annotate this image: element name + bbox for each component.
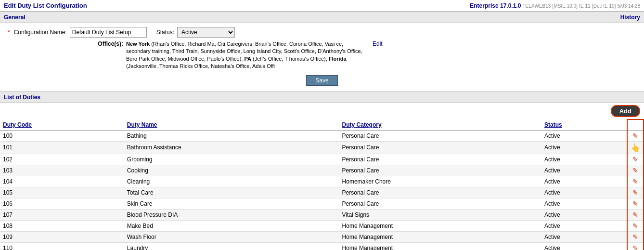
duties-label: List of Duties (4, 94, 40, 101)
cell-status: Active (541, 220, 627, 231)
save-button[interactable]: Save (306, 75, 337, 86)
offices-label: Office(s): (94, 40, 123, 47)
cell-edit: ✎ (627, 187, 644, 198)
edit-icon[interactable]: ✎ (632, 167, 638, 174)
cell-status: Active (541, 176, 627, 187)
table-row: 107Blood Pressure DIAVital SignsActive✎ (0, 209, 644, 220)
page-title: Edit Duty List Configuration (4, 2, 87, 9)
offices-text: New York (Rhan's Office, Richard Ma, Cit… (126, 40, 367, 70)
duties-section-header: List of Duties (0, 92, 644, 103)
sort-duty-category[interactable]: Duty Category (342, 121, 382, 128)
table-row: 101Bathroom AssistancePersonal CareActiv… (0, 141, 644, 154)
config-name-group: * Configuration Name: (8, 27, 147, 38)
hand-cursor-icon: 👆 (631, 144, 640, 152)
edit-icon[interactable]: ✎ (632, 244, 638, 250)
cell-status: Active (541, 209, 627, 220)
col-duty-category: Duty Category (339, 119, 541, 131)
cell-duty-name: Cleaning (124, 176, 339, 187)
cell-status: Active (541, 165, 627, 176)
system-info: Enterprise 17.0.1.0 TELXWEB13 {MSIE 10.0… (470, 2, 640, 9)
cell-status: Active (541, 242, 627, 250)
cell-duty-name: Cooking (124, 165, 339, 176)
cell-duty-category: Home Management (339, 242, 541, 250)
sort-status[interactable]: Status (544, 121, 562, 128)
col-duty-name: Duty Name (124, 119, 339, 131)
col-edit (627, 119, 644, 131)
general-section: * Configuration Name: Status: Active Ina… (0, 23, 644, 92)
edit-icon[interactable]: ✎ (632, 132, 638, 140)
cell-duty-category: Home Management (339, 220, 541, 231)
table-row: 109Wash FloorHome ManagementActive✎ (0, 231, 644, 242)
edit-icon[interactable]: ✎ (632, 200, 638, 208)
edit-icon[interactable]: ✎ (632, 211, 638, 219)
duties-table: Duty Code Duty Name Duty Category Status… (0, 119, 644, 250)
sort-duty-name[interactable]: Duty Name (127, 121, 157, 128)
edit-icon[interactable]: ✎ (632, 233, 638, 241)
history-link[interactable]: History (620, 14, 640, 21)
config-name-label: Configuration Name: (14, 29, 67, 36)
cell-duty-category: Personal Care (339, 198, 541, 209)
cell-duty-code: 109 (0, 231, 124, 242)
table-row: 102GroomingPersonal CareActive✎ (0, 154, 644, 165)
form-row: * Configuration Name: Status: Active Ina… (8, 27, 636, 38)
cell-status: Active (541, 231, 627, 242)
cell-duty-name: Blood Pressure DIA (124, 209, 339, 220)
cell-edit: ✎ (627, 209, 644, 220)
cell-edit: ✎ (627, 176, 644, 187)
edit-icon[interactable]: ✎ (632, 189, 638, 197)
cell-edit: ✎ (627, 198, 644, 209)
col-duty-code: Duty Code (0, 119, 124, 131)
cell-status: Active (541, 141, 627, 154)
add-row: Add (0, 103, 644, 119)
top-header: Edit Duty List Configuration Enterprise … (0, 0, 644, 12)
cell-duty-name: Total Care (124, 187, 339, 198)
table-header: Duty Code Duty Name Duty Category Status (0, 119, 644, 131)
cell-edit: ✎ (627, 242, 644, 250)
sort-duty-code[interactable]: Duty Code (3, 121, 32, 128)
table-row: 100BathingPersonal CareActive✎ (0, 130, 644, 141)
duties-tbody: 100BathingPersonal CareActive✎101Bathroo… (0, 130, 644, 250)
save-row: Save (8, 75, 636, 86)
cell-duty-code: 105 (0, 187, 124, 198)
cell-duty-category: Vital Signs (339, 209, 541, 220)
cell-status: Active (541, 198, 627, 209)
cell-edit: ✎ (627, 130, 644, 141)
required-star: * (8, 29, 10, 36)
status-select[interactable]: Active Inactive (177, 27, 235, 38)
table-row: 104CleaningHomemaker ChoreActive✎ (0, 176, 644, 187)
cell-duty-category: Personal Care (339, 154, 541, 165)
cell-duty-category: Homemaker Chore (339, 176, 541, 187)
offices-edit-link[interactable]: Edit (373, 40, 383, 47)
cell-edit: ✎ (627, 154, 644, 165)
cell-status: Active (541, 154, 627, 165)
cell-duty-name: Skin Care (124, 198, 339, 209)
cell-duty-code: 107 (0, 209, 124, 220)
cell-duty-code: 102 (0, 154, 124, 165)
cell-duty-code: 106 (0, 198, 124, 209)
edit-icon[interactable]: ✎ (632, 178, 638, 185)
cell-duty-name: Bathing (124, 130, 339, 141)
cell-edit: ✎ (627, 220, 644, 231)
cell-duty-name: Bathroom Assistance (124, 141, 339, 154)
cell-edit: ✎ (627, 165, 644, 176)
status-group: Status: Active Inactive (156, 27, 235, 38)
cell-duty-category: Personal Care (339, 165, 541, 176)
cell-duty-code: 108 (0, 220, 124, 231)
cell-duty-name: Grooming (124, 154, 339, 165)
cell-duty-code: 104 (0, 176, 124, 187)
table-row: 103CookingPersonal CareActive✎ (0, 165, 644, 176)
cell-edit: ✎ (627, 231, 644, 242)
cell-duty-name: Make Bed (124, 220, 339, 231)
edit-icon[interactable]: ✎ (632, 156, 638, 163)
table-row: 110LaundryHome ManagementActive✎ (0, 242, 644, 250)
config-name-input[interactable] (70, 27, 147, 38)
cell-duty-category: Personal Care (339, 187, 541, 198)
cell-status: Active (541, 187, 627, 198)
col-status: Status (541, 119, 627, 131)
edit-icon[interactable]: ✎ (632, 222, 638, 230)
add-button[interactable]: Add (611, 105, 640, 117)
offices-row: Office(s): New York (Rhan's Office, Rich… (94, 40, 636, 70)
cell-duty-code: 101 (0, 141, 124, 154)
cell-duty-name: Laundry (124, 242, 339, 250)
cell-duty-category: Home Management (339, 231, 541, 242)
